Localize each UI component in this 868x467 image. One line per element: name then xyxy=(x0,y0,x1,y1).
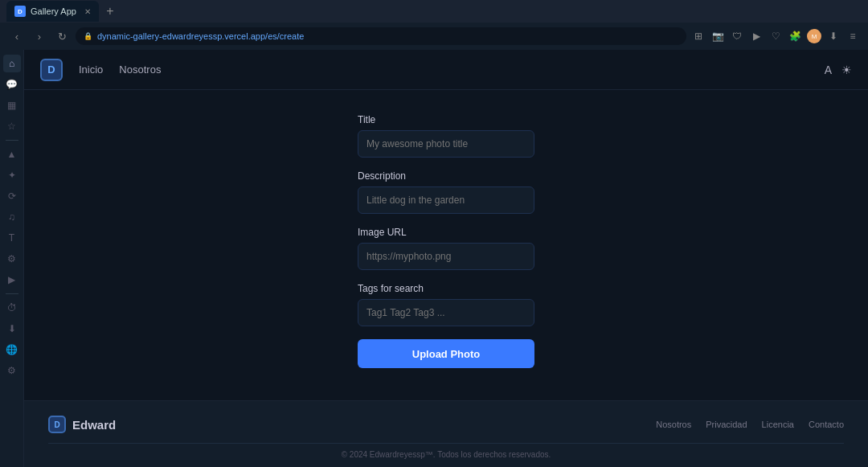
sidebar-puzzle-icon[interactable]: ✦ xyxy=(3,166,21,184)
back-button[interactable]: ‹ xyxy=(8,27,26,45)
lock-icon: 🔒 xyxy=(84,32,92,40)
tags-field-group: Tags for search xyxy=(358,283,534,326)
download-icon[interactable]: ⬇ xyxy=(826,29,841,43)
new-tab-button[interactable]: + xyxy=(102,3,118,19)
heart-icon[interactable]: ♡ xyxy=(768,29,783,43)
sidebar-download-icon[interactable]: ⬇ xyxy=(3,320,21,338)
image-url-input[interactable] xyxy=(358,243,534,270)
sidebar-grid-icon[interactable]: ▦ xyxy=(3,96,21,114)
play-icon[interactable]: ▶ xyxy=(749,29,764,43)
sidebar-tiktok-icon[interactable]: T xyxy=(3,229,21,247)
sidebar-sync-icon[interactable]: ⟳ xyxy=(3,187,21,205)
tab-title: Gallery App xyxy=(31,6,76,16)
sidebar-clock-icon[interactable]: ⏱ xyxy=(3,299,21,317)
footer-brand: D Edward xyxy=(48,416,116,433)
sidebar-home-icon[interactable]: ⌂ xyxy=(3,55,21,72)
footer-link-licencia[interactable]: Licencia xyxy=(762,420,794,429)
title-field-group: Title xyxy=(358,114,534,158)
sidebar-triangle-icon[interactable]: ▲ xyxy=(3,145,21,163)
tab-bar: D Gallery App ✕ + xyxy=(0,0,868,23)
image-url-label: Image URL xyxy=(358,227,534,238)
footer-copyright: © 2024 Edwardreyessp™. Todos los derecho… xyxy=(48,450,844,459)
tab-close-button[interactable]: ✕ xyxy=(84,7,91,16)
app-footer: D Edward Nosotros Privacidad Licencia Co… xyxy=(24,400,868,467)
nav-bar: ‹ › ↻ 🔒 dynamic-gallery-edwardreyessp.ve… xyxy=(0,23,868,50)
title-label: Title xyxy=(358,114,534,125)
nav-tools: ⊞ 📷 🛡 ▶ ♡ 🧩 M ⬇ ≡ xyxy=(691,29,860,43)
sidebar-separator-2 xyxy=(6,293,18,294)
app-nav: D Inicio Nosotros A ☀ xyxy=(24,50,868,90)
sidebar-play-icon[interactable]: ▶ xyxy=(3,271,21,289)
sidebar-separator-1 xyxy=(6,140,18,141)
sidebar-globe-icon[interactable]: 🌐 xyxy=(3,341,21,358)
sidebar-settings-icon[interactable]: ⚙ xyxy=(3,250,21,268)
upload-photo-button[interactable]: Upload Photo xyxy=(358,339,534,368)
footer-link-contacto[interactable]: Contacto xyxy=(809,420,844,429)
app-nav-right: A ☀ xyxy=(825,63,852,76)
tab-favicon: D xyxy=(14,6,26,17)
address-bar[interactable]: 🔒 dynamic-gallery-edwardreyessp.vercel.a… xyxy=(76,27,686,45)
description-input[interactable] xyxy=(358,186,534,214)
image-url-field-group: Image URL xyxy=(358,227,534,270)
language-icon[interactable]: A xyxy=(825,63,832,76)
address-text: dynamic-gallery-edwardreyessp.vercel.app… xyxy=(97,31,304,41)
footer-brand-name: Edward xyxy=(72,418,116,432)
footer-divider xyxy=(48,443,844,444)
browser-sidebar: ⌂ 💬 ▦ ☆ ▲ ✦ ⟳ ♫ T ⚙ ▶ ⏱ ⬇ 🌐 ⚙ xyxy=(0,50,24,467)
puzzle-icon[interactable]: 🧩 xyxy=(788,29,802,43)
user-avatar[interactable]: M xyxy=(807,29,821,43)
camera-icon[interactable]: 📷 xyxy=(710,29,725,43)
shield-icon[interactable]: 🛡 xyxy=(730,29,744,43)
forward-button[interactable]: › xyxy=(31,27,48,45)
main-content: D Inicio Nosotros A ☀ Title Descripti xyxy=(24,50,868,467)
tags-input[interactable] xyxy=(358,299,534,326)
app-logo: D xyxy=(40,59,63,81)
extensions-icon[interactable]: ⊞ xyxy=(691,29,706,43)
sidebar-star-icon[interactable]: ☆ xyxy=(3,117,21,135)
description-field-group: Description xyxy=(358,170,534,214)
app-nav-left: D Inicio Nosotros xyxy=(40,59,161,81)
footer-link-privacidad[interactable]: Privacidad xyxy=(706,420,747,429)
nav-link-inicio[interactable]: Inicio xyxy=(79,63,103,76)
active-tab[interactable]: D Gallery App ✕ xyxy=(6,1,99,22)
upload-form: Title Description Image URL Tags for sea… xyxy=(358,114,534,368)
footer-link-nosotros[interactable]: Nosotros xyxy=(656,420,691,429)
sidebar-gear-icon[interactable]: ⚙ xyxy=(3,362,21,379)
browser-chrome: D Gallery App ✕ + ‹ › ↻ 🔒 dynamic-galler… xyxy=(0,0,868,50)
tags-label: Tags for search xyxy=(358,283,534,294)
menu-icon[interactable]: ≡ xyxy=(845,29,860,43)
footer-links: Nosotros Privacidad Licencia Contacto xyxy=(656,420,844,429)
page-body: Title Description Image URL Tags for sea… xyxy=(24,90,868,400)
sidebar-music-icon[interactable]: ♫ xyxy=(3,208,21,226)
nav-link-nosotros[interactable]: Nosotros xyxy=(119,63,161,76)
title-input[interactable] xyxy=(358,130,534,158)
footer-logo-mark: D xyxy=(48,416,66,433)
sidebar-chat-icon[interactable]: 💬 xyxy=(3,76,21,93)
reload-button[interactable]: ↻ xyxy=(53,27,71,45)
logo-mark: D xyxy=(40,59,63,81)
description-label: Description xyxy=(358,170,534,182)
app-layout: ⌂ 💬 ▦ ☆ ▲ ✦ ⟳ ♫ T ⚙ ▶ ⏱ ⬇ 🌐 ⚙ D Inicio N… xyxy=(0,50,868,467)
theme-toggle-icon[interactable]: ☀ xyxy=(841,63,852,76)
footer-top: D Edward Nosotros Privacidad Licencia Co… xyxy=(48,416,844,433)
